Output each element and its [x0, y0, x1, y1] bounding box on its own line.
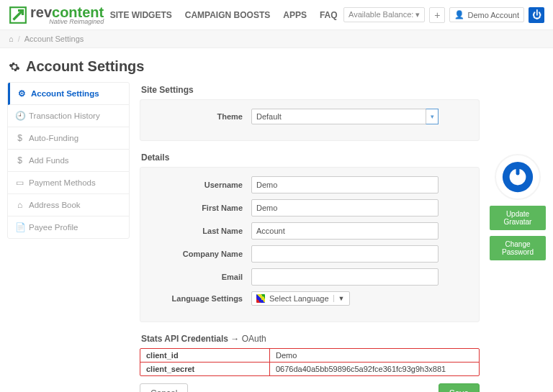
- add-button[interactable]: +: [429, 7, 445, 23]
- details-title: Details: [141, 152, 480, 163]
- sidebar-item-payee-profile[interactable]: 📄Payee Profile: [8, 216, 129, 238]
- clock-icon: 🕘: [15, 111, 24, 121]
- account-menu[interactable]: 👤Demo Account: [449, 7, 524, 22]
- sidebar-item-label: Payment Methods: [29, 178, 96, 187]
- sidebar-item-label: Auto-Funding: [29, 134, 78, 142]
- logo-mark-icon: [9, 6, 27, 24]
- main: Site Settings Theme Default ▾ Details Us…: [140, 82, 480, 392]
- chevron-down-icon: ▼: [333, 295, 345, 302]
- logo[interactable]: revcontent Native Reimagined: [9, 4, 104, 25]
- card-icon: ▭: [15, 178, 24, 188]
- theme-select[interactable]: Default ▾: [251, 109, 439, 124]
- nav-apps[interactable]: APPS: [283, 10, 307, 20]
- right-column: Update Gravatar Change Password: [490, 154, 546, 392]
- power-button[interactable]: ⏻: [529, 7, 544, 23]
- breadcrumb-current: Account Settings: [24, 35, 84, 43]
- change-password-button[interactable]: Change Password: [490, 236, 546, 260]
- breadcrumb: ⌂ / Account Settings: [0, 30, 553, 48]
- email-label: Email: [150, 273, 251, 281]
- details-panel: Username First Name Last Name Company Na…: [140, 167, 480, 322]
- sidebar: ⚙Account Settings 🕘Transaction History $…: [7, 82, 130, 392]
- cancel-button[interactable]: Cancel: [140, 383, 188, 392]
- site-settings-title: Site Settings: [141, 85, 480, 95]
- chevron-down-icon: ▾: [415, 10, 420, 19]
- oauth-client-id-row: client_id Demo: [140, 349, 479, 363]
- gravatar-icon: [499, 158, 536, 196]
- sidebar-item-label: Add Funds: [29, 156, 69, 165]
- last-name-input[interactable]: [251, 222, 439, 240]
- breadcrumb-sep: /: [18, 35, 20, 43]
- client-secret-label: client_secret: [140, 363, 270, 375]
- translate-icon: [256, 294, 265, 303]
- nav-faq[interactable]: FAQ: [320, 10, 338, 20]
- sidebar-item-label: Payee Profile: [29, 223, 78, 232]
- home-icon[interactable]: ⌂: [9, 35, 14, 43]
- company-label: Company Name: [150, 250, 251, 258]
- language-select[interactable]: Select Language ▼: [251, 291, 350, 306]
- dollar-icon: $: [15, 155, 24, 165]
- sidebar-item-label: Transaction History: [29, 111, 100, 120]
- first-name-label: First Name: [150, 204, 251, 212]
- sidebar-item-label: Address Book: [29, 201, 81, 209]
- save-button[interactable]: Save: [439, 383, 480, 392]
- client-id-label: client_id: [140, 349, 270, 362]
- username-input[interactable]: [251, 176, 439, 193]
- chevron-down-icon: ▾: [426, 109, 439, 124]
- page-title-row: Account Settings: [0, 48, 553, 82]
- client-secret-value: 0676da40a5bb59896c5a92fce361fc93g9h3x881: [270, 363, 479, 375]
- gear-icon: ⚙: [17, 88, 27, 99]
- top-right: Available Balance: ▾ + 👤Demo Account ⏻: [343, 7, 544, 23]
- home-icon: ⌂: [15, 200, 24, 210]
- sidebar-item-transaction-history[interactable]: 🕘Transaction History: [8, 105, 129, 127]
- oauth-credentials-box: client_id Demo client_secret 0676da40a5b…: [140, 348, 480, 376]
- company-input[interactable]: [251, 245, 439, 263]
- oauth-client-secret-row: client_secret 0676da40a5bb59896c5a92fce3…: [140, 363, 479, 375]
- file-icon: 📄: [15, 222, 24, 232]
- top-nav: SITE WIDGETS CAMPAIGN BOOSTS APPS FAQ: [110, 10, 338, 20]
- theme-label: Theme: [150, 112, 251, 121]
- footer-buttons: Cancel Save: [140, 383, 480, 392]
- nav-campaign-boosts[interactable]: CAMPAIGN BOOSTS: [185, 10, 270, 20]
- client-id-value: Demo: [270, 349, 479, 362]
- page-title: Account Settings: [26, 58, 144, 75]
- last-name-label: Last Name: [150, 227, 251, 235]
- dollar-icon: $: [15, 133, 24, 143]
- balance-dropdown[interactable]: Available Balance: ▾: [343, 7, 425, 22]
- sidebar-item-account-settings[interactable]: ⚙Account Settings: [10, 83, 129, 104]
- first-name-input[interactable]: [251, 199, 439, 216]
- username-label: Username: [150, 181, 251, 189]
- sidebar-item-payment-methods[interactable]: ▭Payment Methods: [8, 172, 129, 193]
- sidebar-item-address-book[interactable]: ⌂Address Book: [8, 194, 129, 216]
- sidebar-item-auto-funding[interactable]: $Auto-Funding: [8, 127, 129, 149]
- sidebar-item-label: Account Settings: [31, 89, 99, 98]
- email-input[interactable]: [251, 268, 439, 286]
- nav-site-widgets[interactable]: SITE WIDGETS: [110, 10, 172, 20]
- site-settings-panel: Theme Default ▾: [140, 99, 480, 141]
- update-gravatar-button[interactable]: Update Gravatar: [490, 206, 546, 230]
- user-icon: 👤: [454, 10, 464, 19]
- sidebar-item-add-funds[interactable]: $Add Funds: [8, 150, 129, 171]
- top-bar: revcontent Native Reimagined SITE WIDGET…: [0, 0, 553, 30]
- language-label: Language Settings: [150, 294, 251, 303]
- gear-icon: [9, 61, 20, 73]
- language-value: Select Language: [269, 294, 329, 303]
- theme-value: Default: [251, 109, 439, 124]
- avatar: [495, 154, 541, 200]
- oauth-title: Stats API Credentials → OAuth: [141, 334, 480, 344]
